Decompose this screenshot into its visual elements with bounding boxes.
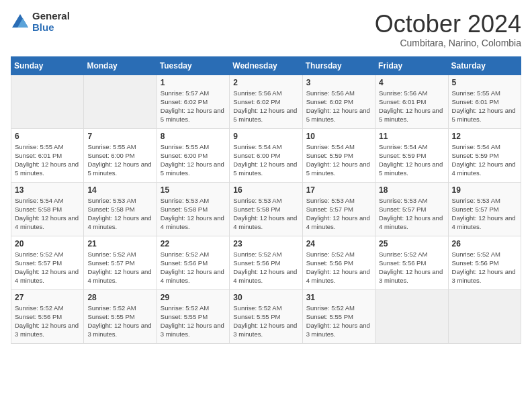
day-info: Sunrise: 5:55 AM Sunset: 6:01 PM Dayligh… [15, 142, 80, 178]
day-info: Sunrise: 5:53 AM Sunset: 5:58 PM Dayligh… [161, 196, 226, 232]
calendar-body: 1Sunrise: 5:57 AM Sunset: 6:02 PM Daylig… [11, 75, 521, 343]
calendar-cell: 2Sunrise: 5:56 AM Sunset: 6:02 PM Daylig… [230, 75, 302, 128]
day-info: Sunrise: 5:57 AM Sunset: 6:02 PM Dayligh… [161, 89, 226, 124]
calendar-cell: 13Sunrise: 5:54 AM Sunset: 5:58 PM Dayli… [11, 182, 84, 236]
logo: General Blue [11, 11, 70, 33]
header-day-thursday: Thursday [302, 56, 375, 75]
day-number: 29 [161, 293, 226, 302]
day-number: 12 [452, 132, 517, 141]
day-info: Sunrise: 5:56 AM Sunset: 6:02 PM Dayligh… [306, 89, 371, 124]
day-number: 14 [87, 185, 152, 195]
calendar-cell: 17Sunrise: 5:53 AM Sunset: 5:57 PM Dayli… [302, 182, 375, 236]
calendar-table: SundayMondayTuesdayWednesdayThursdayFrid… [11, 56, 521, 344]
day-info: Sunrise: 5:53 AM Sunset: 5:58 PM Dayligh… [233, 196, 298, 232]
calendar-cell: 28Sunrise: 5:52 AM Sunset: 5:55 PM Dayli… [84, 289, 157, 343]
calendar-cell: 21Sunrise: 5:52 AM Sunset: 5:57 PM Dayli… [84, 236, 157, 289]
calendar-cell: 15Sunrise: 5:53 AM Sunset: 5:58 PM Dayli… [157, 182, 229, 236]
day-info: Sunrise: 5:52 AM Sunset: 5:56 PM Dayligh… [161, 250, 226, 285]
day-number: 4 [379, 78, 444, 87]
day-number: 11 [379, 132, 444, 141]
day-number: 10 [306, 132, 371, 141]
day-number: 17 [306, 185, 371, 195]
day-info: Sunrise: 5:52 AM Sunset: 5:56 PM Dayligh… [306, 250, 371, 285]
calendar-cell: 9Sunrise: 5:54 AM Sunset: 6:00 PM Daylig… [230, 128, 302, 182]
calendar-cell: 7Sunrise: 5:55 AM Sunset: 6:00 PM Daylig… [84, 128, 157, 182]
calendar-cell: 16Sunrise: 5:53 AM Sunset: 5:58 PM Dayli… [230, 182, 302, 236]
day-number: 5 [452, 78, 517, 87]
day-info: Sunrise: 5:55 AM Sunset: 6:00 PM Dayligh… [87, 142, 152, 178]
header-day-saturday: Saturday [448, 56, 521, 75]
logo-text: General Blue [32, 11, 70, 33]
calendar-cell: 24Sunrise: 5:52 AM Sunset: 5:56 PM Dayli… [302, 236, 375, 289]
day-number: 2 [233, 78, 298, 87]
day-number: 26 [452, 239, 517, 248]
day-number: 13 [15, 185, 80, 195]
calendar-cell: 27Sunrise: 5:52 AM Sunset: 5:56 PM Dayli… [11, 289, 84, 343]
day-info: Sunrise: 5:53 AM Sunset: 5:58 PM Dayligh… [87, 196, 152, 232]
calendar-cell: 26Sunrise: 5:52 AM Sunset: 5:56 PM Dayli… [448, 236, 521, 289]
day-info: Sunrise: 5:56 AM Sunset: 6:01 PM Dayligh… [379, 89, 444, 124]
calendar-cell: 4Sunrise: 5:56 AM Sunset: 6:01 PM Daylig… [375, 75, 448, 128]
day-number: 9 [233, 132, 298, 141]
day-number: 25 [379, 239, 444, 248]
day-number: 23 [233, 239, 298, 248]
calendar-cell: 22Sunrise: 5:52 AM Sunset: 5:56 PM Dayli… [157, 236, 229, 289]
calendar-cell: 3Sunrise: 5:56 AM Sunset: 6:02 PM Daylig… [302, 75, 375, 128]
day-info: Sunrise: 5:55 AM Sunset: 6:00 PM Dayligh… [161, 142, 226, 178]
day-number: 18 [379, 185, 444, 195]
logo-general: General [32, 11, 70, 22]
logo-blue: Blue [32, 22, 70, 34]
day-info: Sunrise: 5:55 AM Sunset: 6:01 PM Dayligh… [452, 89, 517, 124]
day-info: Sunrise: 5:54 AM Sunset: 5:58 PM Dayligh… [15, 196, 80, 232]
calendar-cell: 10Sunrise: 5:54 AM Sunset: 5:59 PM Dayli… [302, 128, 375, 182]
title-block: October 2024 Cumbitara, Narino, Colombia [375, 11, 521, 48]
calendar-cell: 23Sunrise: 5:52 AM Sunset: 5:56 PM Dayli… [230, 236, 302, 289]
day-number: 31 [306, 293, 371, 302]
calendar-week-row: 1Sunrise: 5:57 AM Sunset: 6:02 PM Daylig… [11, 75, 521, 128]
day-info: Sunrise: 5:52 AM Sunset: 5:57 PM Dayligh… [87, 250, 152, 285]
header-day-sunday: Sunday [11, 56, 84, 75]
calendar-cell: 30Sunrise: 5:52 AM Sunset: 5:55 PM Dayli… [230, 289, 302, 343]
day-info: Sunrise: 5:52 AM Sunset: 5:56 PM Dayligh… [15, 304, 80, 339]
day-info: Sunrise: 5:52 AM Sunset: 5:57 PM Dayligh… [15, 250, 80, 285]
day-number: 8 [161, 132, 226, 141]
day-info: Sunrise: 5:52 AM Sunset: 5:56 PM Dayligh… [452, 250, 517, 285]
header-day-monday: Monday [84, 56, 157, 75]
header-day-friday: Friday [375, 56, 448, 75]
calendar-cell: 18Sunrise: 5:53 AM Sunset: 5:57 PM Dayli… [375, 182, 448, 236]
day-info: Sunrise: 5:52 AM Sunset: 5:55 PM Dayligh… [306, 304, 371, 339]
day-number: 22 [161, 239, 226, 248]
day-info: Sunrise: 5:53 AM Sunset: 5:57 PM Dayligh… [306, 196, 371, 232]
day-number: 6 [15, 132, 80, 141]
calendar-cell: 12Sunrise: 5:54 AM Sunset: 5:59 PM Dayli… [448, 128, 521, 182]
day-number: 16 [233, 185, 298, 195]
calendar-cell: 6Sunrise: 5:55 AM Sunset: 6:01 PM Daylig… [11, 128, 84, 182]
calendar-cell: 11Sunrise: 5:54 AM Sunset: 5:59 PM Dayli… [375, 128, 448, 182]
calendar-cell: 14Sunrise: 5:53 AM Sunset: 5:58 PM Dayli… [84, 182, 157, 236]
header-day-tuesday: Tuesday [157, 56, 229, 75]
day-info: Sunrise: 5:54 AM Sunset: 5:59 PM Dayligh… [379, 142, 444, 178]
day-info: Sunrise: 5:52 AM Sunset: 5:55 PM Dayligh… [87, 304, 152, 339]
header-row: SundayMondayTuesdayWednesdayThursdayFrid… [11, 56, 521, 75]
day-info: Sunrise: 5:53 AM Sunset: 5:57 PM Dayligh… [452, 196, 517, 232]
location-subtitle: Cumbitara, Narino, Colombia [375, 38, 521, 48]
calendar-week-row: 6Sunrise: 5:55 AM Sunset: 6:01 PM Daylig… [11, 128, 521, 182]
calendar-cell: 25Sunrise: 5:52 AM Sunset: 5:56 PM Dayli… [375, 236, 448, 289]
calendar-cell: 19Sunrise: 5:53 AM Sunset: 5:57 PM Dayli… [448, 182, 521, 236]
logo-icon [11, 13, 30, 32]
calendar-cell: 1Sunrise: 5:57 AM Sunset: 6:02 PM Daylig… [157, 75, 229, 128]
header-day-wednesday: Wednesday [230, 56, 302, 75]
calendar-cell: 29Sunrise: 5:52 AM Sunset: 5:55 PM Dayli… [157, 289, 229, 343]
calendar-week-row: 20Sunrise: 5:52 AM Sunset: 5:57 PM Dayli… [11, 236, 521, 289]
day-number: 19 [452, 185, 517, 195]
calendar-cell [11, 75, 84, 128]
day-number: 21 [87, 239, 152, 248]
day-number: 3 [306, 78, 371, 87]
day-number: 20 [15, 239, 80, 248]
day-info: Sunrise: 5:52 AM Sunset: 5:56 PM Dayligh… [233, 250, 298, 285]
day-info: Sunrise: 5:56 AM Sunset: 6:02 PM Dayligh… [233, 89, 298, 124]
calendar-cell: 31Sunrise: 5:52 AM Sunset: 5:55 PM Dayli… [302, 289, 375, 343]
calendar-week-row: 27Sunrise: 5:52 AM Sunset: 5:56 PM Dayli… [11, 289, 521, 343]
day-info: Sunrise: 5:53 AM Sunset: 5:57 PM Dayligh… [379, 196, 444, 232]
day-number: 28 [87, 293, 152, 302]
